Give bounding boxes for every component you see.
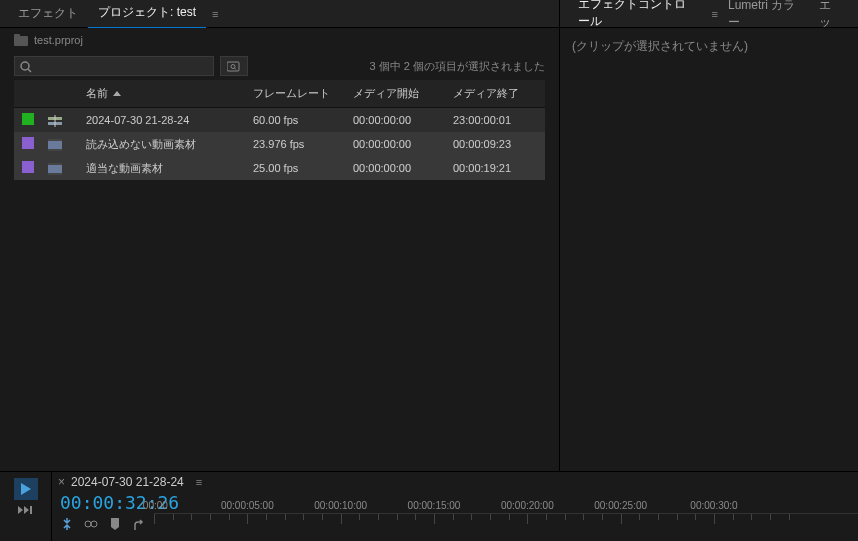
effect-controls-tabs: エフェクトコントロール ≡ Lumetri カラー エッ bbox=[560, 0, 858, 28]
ruler-label: :00:00 bbox=[140, 500, 168, 511]
label-swatch[interactable] bbox=[22, 113, 34, 125]
timeline-settings-icon[interactable] bbox=[132, 517, 146, 531]
column-framerate[interactable]: フレームレート bbox=[245, 80, 345, 107]
table-row[interactable]: 読み込めない動画素材23.976 fps00:00:00:0000:00:09:… bbox=[14, 132, 545, 156]
clip-icon bbox=[48, 163, 62, 175]
clip-media-end: 00:00:19:21 bbox=[445, 162, 545, 174]
sort-ascending-icon bbox=[112, 90, 122, 98]
sequence-name: 2024-07-30 21-28-24 bbox=[71, 475, 184, 489]
table-header: 名前 フレームレート メディア開始 メディア終了 bbox=[14, 80, 545, 108]
svg-rect-11 bbox=[48, 139, 62, 141]
clip-name: 2024-07-30 21-28-24 bbox=[78, 114, 245, 126]
project-panel-tabs: エフェクト プロジェクト: test ≡ bbox=[0, 0, 559, 28]
ruler-label: 00:00:10:00 bbox=[314, 500, 367, 511]
close-sequence-icon[interactable]: × bbox=[58, 475, 65, 489]
label-swatch[interactable] bbox=[22, 137, 34, 149]
tab-project[interactable]: プロジェクト: test bbox=[88, 0, 206, 29]
clip-framerate: 60.00 fps bbox=[245, 114, 345, 126]
timeline-panel: × 2024-07-30 21-28-24 ≡ 00:00:32:26 :00:… bbox=[0, 471, 858, 541]
sequence-menu-icon[interactable]: ≡ bbox=[196, 476, 202, 488]
svg-rect-1 bbox=[14, 34, 20, 38]
svg-point-5 bbox=[231, 65, 235, 69]
step-forward-icon[interactable] bbox=[17, 504, 35, 516]
clip-media-end: 23:00:00:01 bbox=[445, 114, 545, 126]
project-icon bbox=[14, 34, 28, 46]
table-row[interactable]: 2024-07-30 21-28-2460.00 fps00:00:00:002… bbox=[14, 108, 545, 132]
column-media-end[interactable]: メディア終了 bbox=[445, 80, 545, 107]
table-row[interactable]: 適当な動画素材25.00 fps00:00:00:0000:00:19:21 bbox=[14, 156, 545, 180]
search-row: 3 個中 2 個の項目が選択されました bbox=[0, 52, 559, 80]
ruler-label: 00:00:25:00 bbox=[594, 500, 647, 511]
ruler-label: 00:00:20:00 bbox=[501, 500, 554, 511]
clip-name: 読み込めない動画素材 bbox=[78, 137, 245, 152]
svg-line-6 bbox=[235, 68, 237, 70]
clip-icon bbox=[48, 139, 62, 151]
svg-rect-42 bbox=[30, 506, 32, 514]
search-in-bin-button[interactable] bbox=[220, 56, 248, 76]
time-ruler[interactable]: :00:0000:00:05:0000:00:10:0000:00:15:000… bbox=[154, 513, 858, 531]
column-name[interactable]: 名前 bbox=[78, 80, 245, 107]
clip-name: 適当な動画素材 bbox=[78, 161, 245, 176]
svg-rect-4 bbox=[227, 62, 239, 71]
svg-point-44 bbox=[91, 521, 97, 527]
effect-controls-body: (クリップが選択されていません) bbox=[560, 28, 858, 516]
clip-framerate: 25.00 fps bbox=[245, 162, 345, 174]
column-media-start[interactable]: メディア開始 bbox=[345, 80, 445, 107]
svg-rect-15 bbox=[48, 173, 62, 175]
svg-point-43 bbox=[85, 521, 91, 527]
ruler-label: 00:00:05:00 bbox=[221, 500, 274, 511]
svg-rect-14 bbox=[48, 163, 62, 165]
sequence-tab[interactable]: × 2024-07-30 21-28-24 ≡ bbox=[52, 472, 858, 492]
project-filename: test.prproj bbox=[34, 34, 83, 46]
clip-media-end: 00:00:09:23 bbox=[445, 138, 545, 150]
svg-rect-12 bbox=[48, 149, 62, 151]
search-input[interactable] bbox=[14, 56, 214, 76]
selection-status: 3 個中 2 個の項目が選択されました bbox=[370, 59, 545, 74]
timeline-tool-icons bbox=[52, 513, 154, 535]
clip-media-start: 00:00:00:00 bbox=[345, 138, 445, 150]
clip-media-start: 00:00:00:00 bbox=[345, 162, 445, 174]
ruler-label: 00:00:15:00 bbox=[408, 500, 461, 511]
clip-framerate: 23.976 fps bbox=[245, 138, 345, 150]
linked-selection-icon[interactable] bbox=[84, 517, 98, 531]
table-body: 2024-07-30 21-28-2460.00 fps00:00:00:002… bbox=[14, 108, 545, 500]
project-path-row: test.prproj bbox=[0, 28, 559, 52]
tab-effects[interactable]: エフェクト bbox=[8, 0, 88, 28]
panel-menu-icon[interactable]: ≡ bbox=[212, 8, 218, 20]
no-clip-message: (クリップが選択されていません) bbox=[572, 39, 748, 53]
label-swatch[interactable] bbox=[22, 161, 34, 173]
timeline-controls bbox=[0, 472, 52, 541]
play-button[interactable] bbox=[14, 478, 38, 500]
ruler-label: 00:00:30:0 bbox=[690, 500, 737, 511]
snap-icon[interactable] bbox=[60, 517, 74, 531]
clip-media-start: 00:00:00:00 bbox=[345, 114, 445, 126]
marker-icon[interactable] bbox=[108, 517, 122, 531]
project-bin-table: 名前 フレームレート メディア開始 メディア終了 2024-07-30 21-2… bbox=[0, 80, 559, 500]
sequence-icon bbox=[48, 115, 62, 127]
